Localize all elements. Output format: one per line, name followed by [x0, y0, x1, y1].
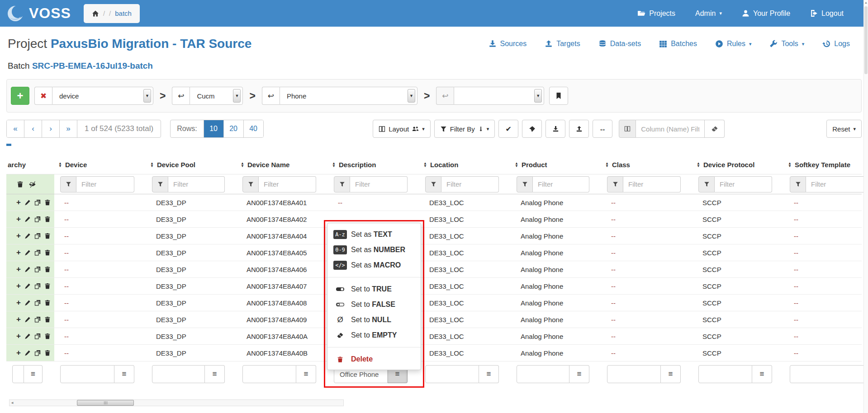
column-filter-input[interactable] — [76, 176, 134, 192]
cell-location[interactable]: DE33_LOC — [419, 295, 511, 311]
bulk-edit-input[interactable] — [425, 365, 479, 383]
delete-row-icon[interactable] — [44, 350, 51, 356]
sort-icon[interactable]: ▲▼ — [332, 162, 336, 168]
expand-columns-button[interactable]: ↔ — [593, 120, 612, 138]
context-menu-item[interactable]: Set to FALSE — [327, 297, 421, 312]
delete-row-icon[interactable] — [44, 216, 51, 222]
cell-device-pool[interactable]: DE33_DP — [146, 345, 237, 361]
column-filter-input[interactable] — [441, 176, 499, 192]
cell-product[interactable]: Analog Phone — [511, 211, 601, 227]
column-filter-input[interactable] — [623, 176, 681, 192]
sort-icon[interactable]: ▲▼ — [241, 162, 244, 168]
copy-row-icon[interactable] — [34, 249, 41, 256]
add-row-icon[interactable]: + — [16, 282, 21, 291]
bulk-edit-input[interactable] — [60, 365, 114, 383]
delete-row-icon[interactable] — [44, 283, 51, 289]
bulk-edit-input[interactable] — [790, 365, 868, 383]
column-header[interactable]: ▲▼ Location — [419, 155, 511, 174]
cell-device-pool[interactable]: DE33_DP — [146, 211, 237, 227]
cell-class[interactable]: -- — [601, 244, 693, 261]
cell-device-protocol[interactable]: SCCP — [693, 211, 784, 227]
edit-row-icon[interactable] — [24, 199, 31, 206]
cell-device-name[interactable]: AN00F1374E8A408 — [237, 295, 328, 311]
delete-row-icon[interactable] — [44, 249, 51, 256]
cell-product[interactable]: Analog Phone — [511, 194, 601, 211]
home-icon[interactable] — [92, 10, 99, 17]
cell-location[interactable]: DE33_LOC — [419, 261, 511, 277]
cell-device-protocol[interactable]: SCCP — [693, 194, 784, 211]
sort-icon[interactable]: ▲▼ — [150, 162, 154, 168]
cell-product[interactable]: Analog Phone — [511, 311, 601, 328]
cell-device[interactable]: -- — [54, 261, 146, 277]
cell-location[interactable]: DE33_LOC — [419, 211, 511, 227]
cell-menu-button[interactable]: ≡ — [205, 365, 225, 383]
column-header[interactable]: ▲▼ Softkey Template — [784, 155, 862, 174]
cell-location[interactable]: DE33_LOC — [419, 244, 511, 261]
cell-product[interactable]: Analog Phone — [511, 345, 601, 361]
save-button[interactable] — [545, 120, 565, 138]
edit-row-icon[interactable] — [24, 283, 31, 289]
edit-row-icon[interactable] — [24, 316, 31, 323]
return-icon[interactable]: ↩ — [172, 87, 190, 105]
rows-option-20[interactable]: 20 — [223, 120, 243, 137]
cell-device[interactable]: -- — [54, 244, 146, 261]
apply-button[interactable]: ✔ — [498, 120, 518, 138]
cell-device-protocol[interactable]: SCCP — [693, 228, 784, 244]
cell-softkey-template[interactable]: -- — [784, 228, 862, 244]
context-menu-item[interactable]: 0-9 Set as NUMBER — [327, 242, 421, 258]
column-name-filter-input[interactable] — [636, 120, 705, 138]
subnav-logs[interactable]: Logs — [822, 40, 850, 48]
cell-softkey-template[interactable]: -- — [784, 328, 862, 344]
tag-button[interactable] — [522, 120, 542, 138]
copy-row-icon[interactable] — [34, 216, 41, 222]
column-filter-input[interactable] — [350, 176, 408, 192]
cell-class[interactable]: -- — [601, 211, 693, 227]
reset-button[interactable]: Reset▾ — [826, 120, 862, 138]
return-icon[interactable]: ↩ — [262, 87, 280, 105]
copy-row-icon[interactable] — [34, 266, 41, 272]
cell-device-pool[interactable]: DE33_DP — [146, 194, 237, 211]
vertical-scrollbar-thumb[interactable] — [864, 6, 868, 74]
edit-row-icon[interactable] — [24, 266, 31, 272]
add-row-icon[interactable]: + — [16, 198, 21, 207]
hide-columns-icon[interactable] — [28, 181, 37, 188]
column-header[interactable]: ▲▼ Description — [328, 155, 419, 174]
nav-logout[interactable]: Logout — [810, 9, 844, 18]
cell-device-name[interactable]: AN00F1374E8A409 — [237, 311, 328, 328]
add-row-icon[interactable]: + — [16, 265, 21, 274]
sort-icon[interactable]: ▲▼ — [788, 162, 792, 168]
edit-row-icon[interactable] — [24, 350, 31, 356]
delete-all-icon[interactable] — [17, 181, 24, 188]
cell-device-pool[interactable]: DE33_DP — [146, 311, 237, 328]
cell-location[interactable]: DE33_LOC — [419, 278, 511, 294]
cell-device[interactable]: -- — [54, 194, 146, 211]
cell-softkey-template[interactable]: -- — [784, 345, 862, 361]
column-filter-input[interactable] — [259, 176, 316, 192]
cell-device-pool[interactable]: DE33_DP — [146, 278, 237, 294]
context-menu-item[interactable]: Set to EMPTY — [327, 328, 421, 343]
nav-admin[interactable]: Admin ▾ — [695, 9, 722, 18]
horizontal-scrollbar-thumb[interactable] — [77, 400, 134, 406]
nav-projects[interactable]: Projects — [638, 9, 675, 18]
add-row-icon[interactable]: + — [16, 332, 21, 341]
sort-icon[interactable]: ▲▼ — [423, 162, 427, 168]
context-menu-item[interactable]: Ø Set to NULL — [327, 312, 421, 328]
column-filter-input[interactable] — [533, 176, 589, 192]
column-header[interactable]: archy — [6, 155, 54, 174]
subnav-batches[interactable]: Batches — [659, 40, 697, 48]
edit-row-icon[interactable] — [24, 300, 31, 306]
model-select[interactable]: device▼ — [52, 87, 153, 105]
delete-row-icon[interactable] — [44, 266, 51, 272]
cell-device-pool[interactable]: DE33_DP — [146, 244, 237, 261]
add-row-icon[interactable]: + — [16, 315, 21, 324]
add-row-icon[interactable]: + — [16, 248, 21, 257]
cell-product[interactable]: Analog Phone — [511, 228, 601, 244]
cell-menu-button[interactable]: ≡ — [569, 365, 589, 383]
cell-class[interactable]: -- — [601, 261, 693, 277]
delete-row-icon[interactable] — [44, 333, 51, 339]
bulk-edit-input[interactable] — [12, 365, 24, 383]
cell-device[interactable]: -- — [54, 345, 146, 361]
cell-device[interactable]: -- — [54, 278, 146, 294]
cell-device-protocol[interactable]: SCCP — [693, 295, 784, 311]
subnav-tools[interactable]: Tools▾ — [769, 40, 804, 48]
